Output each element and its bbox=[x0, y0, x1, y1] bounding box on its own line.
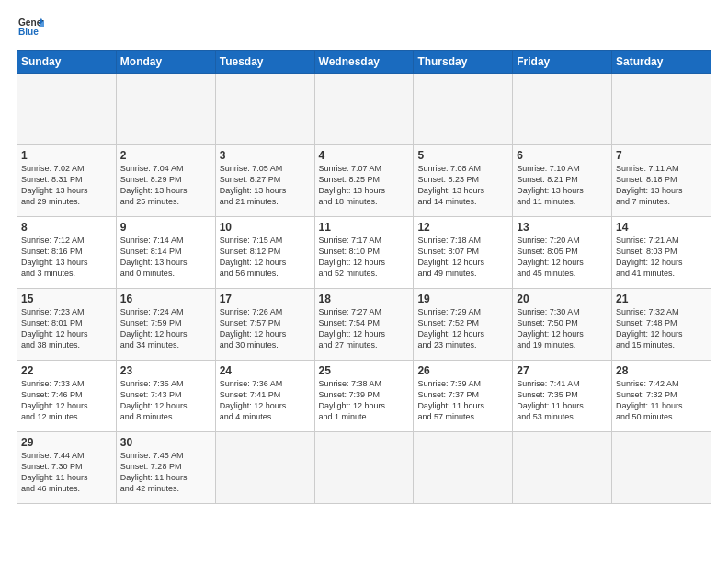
day-info: Sunrise: 7:20 AM Sunset: 8:05 PM Dayligh… bbox=[517, 235, 608, 280]
day-info: Sunrise: 7:36 AM Sunset: 7:41 PM Dayligh… bbox=[220, 378, 311, 423]
day-info: Sunrise: 7:32 AM Sunset: 7:48 PM Dayligh… bbox=[616, 306, 707, 351]
day-info: Sunrise: 7:33 AM Sunset: 7:46 PM Dayligh… bbox=[21, 378, 112, 423]
day-number: 25 bbox=[319, 364, 410, 377]
calendar-cell: 22Sunrise: 7:33 AM Sunset: 7:46 PM Dayli… bbox=[17, 361, 117, 432]
col-header-saturday: Saturday bbox=[612, 51, 711, 74]
day-number: 1 bbox=[21, 149, 112, 162]
day-number: 9 bbox=[120, 221, 211, 234]
day-info: Sunrise: 7:29 AM Sunset: 7:52 PM Dayligh… bbox=[417, 306, 508, 351]
day-info: Sunrise: 7:12 AM Sunset: 8:16 PM Dayligh… bbox=[21, 235, 112, 280]
day-info: Sunrise: 7:30 AM Sunset: 7:50 PM Dayligh… bbox=[517, 306, 608, 351]
day-number: 20 bbox=[517, 293, 608, 305]
day-number: 15 bbox=[21, 293, 112, 305]
calendar-cell: 23Sunrise: 7:35 AM Sunset: 7:43 PM Dayli… bbox=[116, 361, 215, 432]
calendar-cell: 1Sunrise: 7:02 AM Sunset: 8:31 PM Daylig… bbox=[17, 145, 117, 217]
calendar-cell: 9Sunrise: 7:14 AM Sunset: 8:14 PM Daylig… bbox=[116, 217, 215, 289]
day-number: 28 bbox=[616, 364, 707, 377]
day-info: Sunrise: 7:02 AM Sunset: 8:31 PM Dayligh… bbox=[21, 163, 112, 208]
calendar-cell: 19Sunrise: 7:29 AM Sunset: 7:52 PM Dayli… bbox=[414, 289, 513, 361]
day-number: 22 bbox=[21, 364, 112, 377]
calendar-cell bbox=[17, 74, 117, 145]
day-number: 8 bbox=[21, 221, 112, 234]
calendar-cell: 7Sunrise: 7:11 AM Sunset: 8:18 PM Daylig… bbox=[612, 145, 711, 217]
col-header-wednesday: Wednesday bbox=[314, 51, 414, 74]
calendar-cell: 3Sunrise: 7:05 AM Sunset: 8:27 PM Daylig… bbox=[215, 145, 314, 217]
day-info: Sunrise: 7:11 AM Sunset: 8:18 PM Dayligh… bbox=[616, 163, 707, 208]
day-info: Sunrise: 7:45 AM Sunset: 7:28 PM Dayligh… bbox=[120, 450, 211, 495]
day-info: Sunrise: 7:38 AM Sunset: 7:39 PM Dayligh… bbox=[319, 378, 410, 423]
day-number: 23 bbox=[120, 364, 211, 377]
day-number: 10 bbox=[220, 221, 311, 234]
day-number: 4 bbox=[319, 149, 410, 162]
day-info: Sunrise: 7:42 AM Sunset: 7:32 PM Dayligh… bbox=[616, 378, 707, 423]
day-number: 3 bbox=[220, 149, 311, 162]
calendar-cell bbox=[215, 432, 314, 504]
calendar-cell: 30Sunrise: 7:45 AM Sunset: 7:28 PM Dayli… bbox=[116, 432, 215, 504]
calendar-cell: 13Sunrise: 7:20 AM Sunset: 8:05 PM Dayli… bbox=[513, 217, 612, 289]
calendar-cell: 12Sunrise: 7:18 AM Sunset: 8:07 PM Dayli… bbox=[414, 217, 513, 289]
calendar-cell: 8Sunrise: 7:12 AM Sunset: 8:16 PM Daylig… bbox=[17, 217, 117, 289]
day-info: Sunrise: 7:10 AM Sunset: 8:21 PM Dayligh… bbox=[517, 163, 608, 208]
day-info: Sunrise: 7:07 AM Sunset: 8:25 PM Dayligh… bbox=[319, 163, 410, 208]
calendar-cell: 5Sunrise: 7:08 AM Sunset: 8:23 PM Daylig… bbox=[414, 145, 513, 217]
col-header-tuesday: Tuesday bbox=[215, 51, 314, 74]
calendar-cell: 27Sunrise: 7:41 AM Sunset: 7:35 PM Dayli… bbox=[513, 361, 612, 432]
day-number: 19 bbox=[417, 293, 508, 305]
day-number: 17 bbox=[220, 293, 311, 305]
calendar-cell bbox=[612, 74, 711, 145]
calendar-cell: 25Sunrise: 7:38 AM Sunset: 7:39 PM Dayli… bbox=[314, 361, 414, 432]
day-number: 30 bbox=[120, 436, 211, 449]
calendar-cell bbox=[116, 74, 215, 145]
calendar-cell bbox=[414, 432, 513, 504]
day-number: 14 bbox=[616, 221, 707, 234]
calendar-cell: 10Sunrise: 7:15 AM Sunset: 8:12 PM Dayli… bbox=[215, 217, 314, 289]
calendar-cell: 20Sunrise: 7:30 AM Sunset: 7:50 PM Dayli… bbox=[513, 289, 612, 361]
day-info: Sunrise: 7:15 AM Sunset: 8:12 PM Dayligh… bbox=[220, 235, 311, 280]
calendar-table: SundayMondayTuesdayWednesdayThursdayFrid… bbox=[17, 50, 711, 504]
day-info: Sunrise: 7:24 AM Sunset: 7:59 PM Dayligh… bbox=[120, 306, 211, 351]
day-info: Sunrise: 7:18 AM Sunset: 8:07 PM Dayligh… bbox=[417, 235, 508, 280]
day-number: 5 bbox=[417, 149, 508, 162]
day-info: Sunrise: 7:17 AM Sunset: 8:10 PM Dayligh… bbox=[319, 235, 410, 280]
day-info: Sunrise: 7:27 AM Sunset: 7:54 PM Dayligh… bbox=[319, 306, 410, 351]
col-header-friday: Friday bbox=[513, 51, 612, 74]
calendar-cell: 4Sunrise: 7:07 AM Sunset: 8:25 PM Daylig… bbox=[314, 145, 414, 217]
calendar-cell: 11Sunrise: 7:17 AM Sunset: 8:10 PM Dayli… bbox=[314, 217, 414, 289]
calendar-cell: 29Sunrise: 7:44 AM Sunset: 7:30 PM Dayli… bbox=[17, 432, 117, 504]
calendar-cell bbox=[215, 74, 314, 145]
day-info: Sunrise: 7:41 AM Sunset: 7:35 PM Dayligh… bbox=[517, 378, 608, 423]
calendar-cell bbox=[414, 74, 513, 145]
day-number: 29 bbox=[21, 436, 112, 449]
header: General Blue bbox=[17, 17, 711, 40]
calendar-cell: 18Sunrise: 7:27 AM Sunset: 7:54 PM Dayli… bbox=[314, 289, 414, 361]
calendar-cell bbox=[314, 432, 414, 504]
svg-text:Blue: Blue bbox=[18, 27, 39, 37]
calendar-cell bbox=[612, 432, 711, 504]
calendar-cell bbox=[314, 74, 414, 145]
calendar-cell: 28Sunrise: 7:42 AM Sunset: 7:32 PM Dayli… bbox=[612, 361, 711, 432]
calendar-cell: 17Sunrise: 7:26 AM Sunset: 7:57 PM Dayli… bbox=[215, 289, 314, 361]
calendar-cell: 15Sunrise: 7:23 AM Sunset: 8:01 PM Dayli… bbox=[17, 289, 117, 361]
col-header-monday: Monday bbox=[116, 51, 215, 74]
calendar-cell: 16Sunrise: 7:24 AM Sunset: 7:59 PM Dayli… bbox=[116, 289, 215, 361]
logo: General Blue bbox=[17, 17, 44, 40]
day-number: 7 bbox=[616, 149, 707, 162]
day-number: 26 bbox=[417, 364, 508, 377]
calendar-cell bbox=[513, 432, 612, 504]
day-info: Sunrise: 7:44 AM Sunset: 7:30 PM Dayligh… bbox=[21, 450, 112, 495]
day-number: 6 bbox=[517, 149, 608, 162]
day-info: Sunrise: 7:08 AM Sunset: 8:23 PM Dayligh… bbox=[417, 163, 508, 208]
calendar-cell: 6Sunrise: 7:10 AM Sunset: 8:21 PM Daylig… bbox=[513, 145, 612, 217]
calendar-page: General Blue SundayMondayTuesdayWednesda… bbox=[0, 0, 728, 563]
day-info: Sunrise: 7:39 AM Sunset: 7:37 PM Dayligh… bbox=[417, 378, 508, 423]
day-info: Sunrise: 7:14 AM Sunset: 8:14 PM Dayligh… bbox=[120, 235, 211, 280]
calendar-cell: 26Sunrise: 7:39 AM Sunset: 7:37 PM Dayli… bbox=[414, 361, 513, 432]
calendar-cell: 14Sunrise: 7:21 AM Sunset: 8:03 PM Dayli… bbox=[612, 217, 711, 289]
day-number: 27 bbox=[517, 364, 608, 377]
day-info: Sunrise: 7:21 AM Sunset: 8:03 PM Dayligh… bbox=[616, 235, 707, 280]
day-number: 11 bbox=[319, 221, 410, 234]
day-number: 16 bbox=[120, 293, 211, 305]
day-info: Sunrise: 7:05 AM Sunset: 8:27 PM Dayligh… bbox=[220, 163, 311, 208]
day-number: 18 bbox=[319, 293, 410, 305]
calendar-cell bbox=[513, 74, 612, 145]
